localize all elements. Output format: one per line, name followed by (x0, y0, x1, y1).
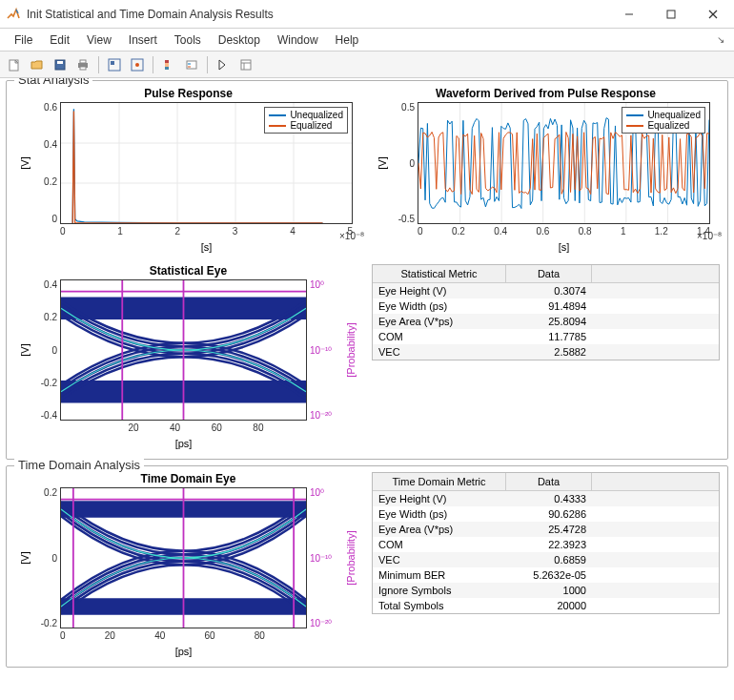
menu-file[interactable]: File (6, 31, 41, 50)
menu-view[interactable]: View (78, 31, 120, 50)
y-axis-ticks: 0.40.20-0.2-0.4 (35, 279, 60, 421)
menu-edit[interactable]: Edit (41, 31, 78, 50)
legend-swatch (626, 114, 643, 116)
y2-axis-label: [Probability] (339, 279, 362, 421)
svg-rect-8 (80, 60, 86, 63)
chart-legend[interactable]: UnequalizedEqualized (622, 107, 705, 134)
cell-value: 11.7785 (506, 329, 592, 344)
toolbar-separator (98, 56, 99, 73)
legend-label: Equalized (290, 120, 332, 131)
x-axis-label: [ps] (60, 646, 307, 659)
table-row[interactable]: Eye Width (ps)90.6286 (373, 506, 719, 522)
table-row[interactable]: COM22.3923 (373, 537, 719, 552)
table-row[interactable]: Eye Height (V)0.3074 (373, 283, 719, 299)
x-axis-ticks: 020406080. (60, 628, 307, 646)
y-axis-label: [V] (372, 102, 393, 224)
svg-rect-11 (111, 61, 114, 65)
col-data: Data (506, 265, 592, 282)
new-figure-button[interactable] (4, 54, 25, 75)
plot-area[interactable] (60, 487, 307, 628)
plot-area[interactable]: UnequalizedEqualized (418, 102, 710, 224)
legend-swatch (269, 125, 286, 127)
insert-legend-button[interactable] (181, 54, 202, 75)
time-domain-eye-chart: Time Domain Eye [V] 0.2.0.-0.2 10⁰10⁻¹⁰1… (14, 472, 362, 659)
table-row[interactable]: Eye Height (V)0.4333 (373, 491, 719, 506)
cell-value: 0.3074 (506, 283, 592, 299)
menu-desktop[interactable]: Desktop (210, 31, 269, 50)
cell-metric: Eye Area (V*ps) (373, 522, 506, 537)
stat-analysis-panel: Stat Analysis Pulse Response [V] 0.60.40… (6, 80, 728, 460)
cell-value: 5.2632e-05 (506, 567, 592, 583)
cell-metric: VEC (373, 344, 506, 360)
svg-rect-20 (241, 60, 251, 70)
cell-value: 1000 (506, 583, 592, 598)
menu-window[interactable]: Window (269, 31, 327, 50)
y-axis-ticks: 0.50-0.5 (393, 102, 418, 224)
menu-tools[interactable]: Tools (166, 31, 210, 50)
datacursor-button[interactable] (104, 54, 125, 75)
x-axis-multiplier: ×10⁻⁸ (339, 231, 364, 241)
y-axis-ticks: 0.2.0.-0.2 (35, 487, 60, 628)
panel-title: Stat Analysis (14, 78, 92, 87)
table-row[interactable]: Eye Width (ps)91.4894 (373, 299, 719, 314)
table-row[interactable]: Minimum BER5.2632e-05 (373, 567, 719, 583)
maximize-button[interactable] (650, 0, 692, 29)
table-row[interactable]: VEC2.5882 (373, 344, 719, 360)
open-property-inspector-button[interactable] (235, 54, 256, 75)
time-metrics-table-container: Time Domain Metric Data Eye Height (V)0.… (372, 472, 720, 659)
table-row[interactable]: VEC0.6859 (373, 552, 719, 567)
cell-value: 2.5882 (506, 344, 592, 360)
table-body: Eye Height (V)0.4333Eye Width (ps)90.628… (373, 491, 719, 613)
table-row[interactable]: Ignore Symbols1000 (373, 583, 719, 598)
dock-arrow-icon[interactable]: ↘ (717, 34, 728, 45)
cell-value: 25.4728 (506, 522, 592, 537)
link-plot-button[interactable] (127, 54, 148, 75)
cell-metric: Eye Height (V) (373, 491, 506, 506)
x-axis-label: [s] (60, 241, 353, 255)
table-row[interactable]: COM11.7785 (373, 329, 719, 344)
cell-metric: COM (373, 329, 506, 344)
edit-plot-button[interactable] (213, 54, 234, 75)
titlebar: Init Statistical and Time Domain Analysi… (0, 0, 734, 29)
cell-value: 22.3923 (506, 537, 592, 552)
table-header: Statistical Metric Data (373, 265, 719, 283)
cell-value: 20000 (506, 598, 592, 613)
x-axis-ticks: 20406080 (60, 421, 307, 438)
table-row[interactable]: Eye Area (V*ps)25.8094 (373, 314, 719, 329)
legend-swatch (626, 125, 643, 127)
legend-label: Unequalized (647, 110, 701, 120)
table-row[interactable]: Eye Area (V*ps)25.4728 (373, 522, 719, 537)
table-row[interactable]: Total Symbols20000 (373, 598, 719, 613)
plot-area[interactable]: UnequalizedEqualized (60, 102, 353, 224)
statistical-eye-chart: Statistical Eye [V] 0.40.20-0.2-0.4 10⁰1… (14, 264, 362, 451)
save-button[interactable] (50, 54, 71, 75)
insert-colorbar-button[interactable] (158, 54, 179, 75)
svg-rect-16 (165, 67, 169, 70)
table-header: Time Domain Metric Data (373, 473, 719, 491)
y2-axis-label: [Probability] (339, 487, 362, 628)
y-axis-ticks: 0.60.40.20 (35, 102, 60, 224)
minimize-button[interactable] (608, 0, 650, 29)
svg-rect-17 (187, 61, 196, 69)
chart-title: Statistical Eye (14, 264, 362, 278)
pulse-response-chart: Pulse Response [V] 0.60.40.20 Unequalize… (14, 87, 362, 255)
menu-insert[interactable]: Insert (120, 31, 166, 50)
open-button[interactable] (27, 54, 48, 75)
toolbar-separator (153, 56, 153, 73)
panel-title: Time Domain Analysis (14, 458, 144, 472)
y-axis-label: [V] (14, 487, 35, 628)
cell-metric: Eye Area (V*ps) (373, 314, 506, 329)
chart-legend[interactable]: UnequalizedEqualized (264, 107, 348, 134)
close-button[interactable] (692, 0, 734, 29)
x-axis-ticks: 012345 (60, 224, 353, 241)
toolbar-separator (207, 56, 208, 73)
cell-metric: Eye Width (ps) (373, 299, 506, 314)
plot-area[interactable] (60, 279, 307, 421)
menu-help[interactable]: Help (327, 31, 368, 50)
print-button[interactable] (72, 54, 93, 75)
menu-list: File Edit View Insert Tools Desktop Wind… (6, 31, 367, 50)
cell-metric: Total Symbols (373, 598, 506, 613)
cell-value: 0.6859 (506, 552, 592, 567)
chart-title: Waveform Derived from Pulse Response (372, 87, 720, 100)
main-panel: Stat Analysis Pulse Response [V] 0.60.40… (0, 78, 734, 700)
